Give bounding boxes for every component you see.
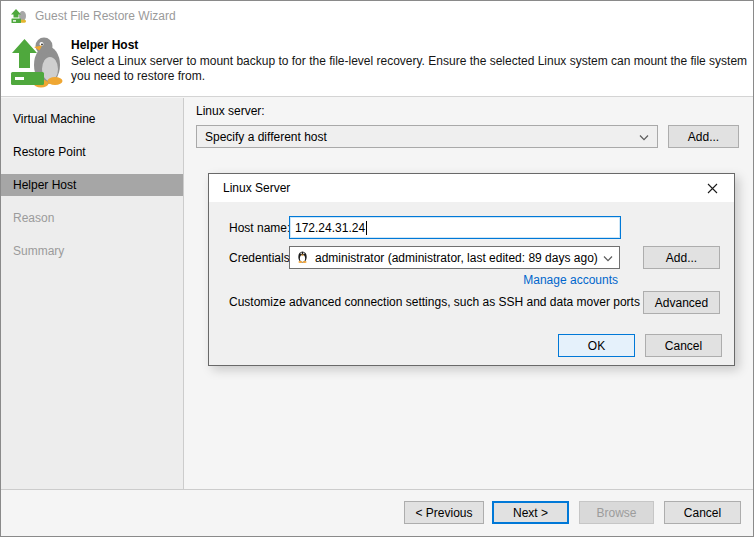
linux-server-dialog: Linux Server Host name: 172.24.31.24 Cre… bbox=[208, 173, 735, 366]
advanced-button[interactable]: Advanced bbox=[643, 291, 720, 314]
wizard-steps-sidebar: Virtual Machine Restore Point Helper Hos… bbox=[1, 98, 184, 489]
dialog-titlebar: Linux Server bbox=[209, 174, 734, 202]
text-cursor bbox=[366, 221, 367, 235]
host-name-value: 172.24.31.24 bbox=[295, 221, 365, 235]
window-titlebar: Guest File Restore Wizard bbox=[1, 1, 753, 31]
credentials-label: Credentials: bbox=[229, 251, 293, 265]
wizard-footer: < Previous Next > Browse Cancel bbox=[1, 489, 753, 536]
sidebar-item-reason: Reason bbox=[1, 207, 183, 229]
sidebar-item-restore-point[interactable]: Restore Point bbox=[1, 141, 183, 163]
window-title: Guest File Restore Wizard bbox=[35, 9, 176, 23]
host-name-label: Host name: bbox=[229, 221, 290, 235]
dialog-title: Linux Server bbox=[223, 174, 290, 202]
credentials-dropdown-value: administrator (administrator, last edite… bbox=[315, 251, 598, 265]
wizard-step-header: Helper Host Select a Linux server to mou… bbox=[1, 31, 753, 97]
restore-wizard-app-icon bbox=[11, 8, 27, 24]
helper-host-tux-icon bbox=[10, 35, 66, 92]
credentials-add-button[interactable]: Add... bbox=[643, 246, 720, 269]
browse-button[interactable]: Browse bbox=[579, 501, 654, 524]
dialog-cancel-button[interactable]: Cancel bbox=[645, 334, 722, 357]
cancel-button[interactable]: Cancel bbox=[664, 501, 741, 524]
sidebar-item-summary: Summary bbox=[1, 240, 183, 262]
advanced-settings-text: Customize advanced connection settings, … bbox=[229, 295, 640, 309]
manage-accounts-link[interactable]: Manage accounts bbox=[523, 273, 618, 287]
linux-server-dropdown[interactable]: Specify a different host bbox=[196, 125, 658, 148]
next-button[interactable]: Next > bbox=[492, 501, 569, 524]
step-description: Select a Linux server to mount backup to… bbox=[71, 54, 751, 84]
chevron-down-icon bbox=[639, 130, 649, 144]
ok-button[interactable]: OK bbox=[558, 334, 635, 357]
wizard-window: Guest File Restore Wizard Helper Host Se… bbox=[0, 0, 754, 537]
linux-server-label: Linux server: bbox=[196, 104, 265, 118]
previous-button[interactable]: < Previous bbox=[404, 501, 484, 524]
tux-penguin-icon bbox=[296, 249, 309, 266]
linux-server-dropdown-value: Specify a different host bbox=[205, 130, 327, 144]
close-icon[interactable] bbox=[695, 177, 729, 199]
chevron-down-icon bbox=[603, 251, 613, 265]
credentials-dropdown[interactable]: administrator (administrator, last edite… bbox=[289, 246, 620, 269]
sidebar-item-virtual-machine[interactable]: Virtual Machine bbox=[1, 108, 183, 130]
sidebar-item-helper-host[interactable]: Helper Host bbox=[1, 174, 183, 196]
linux-server-add-button[interactable]: Add... bbox=[668, 125, 739, 148]
step-title: Helper Host bbox=[71, 38, 138, 52]
host-name-input[interactable]: 172.24.31.24 bbox=[289, 216, 621, 239]
